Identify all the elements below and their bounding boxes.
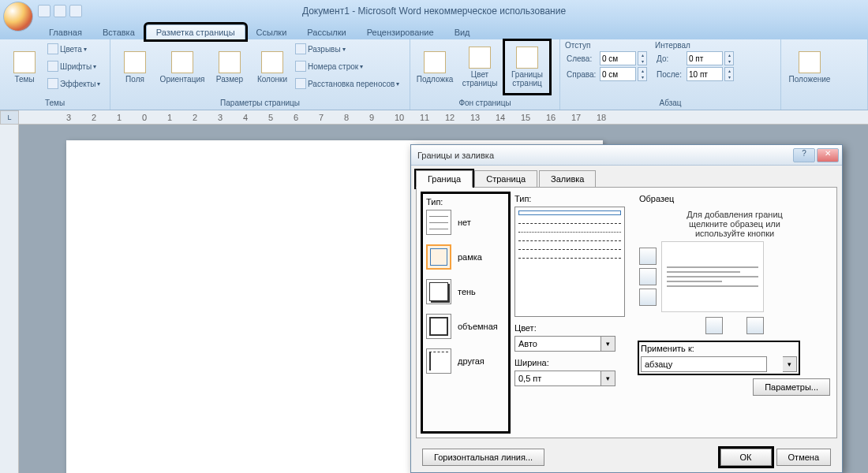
- tab-home[interactable]: Главная: [39, 25, 92, 39]
- width-input[interactable]: [514, 371, 601, 386]
- tab-view[interactable]: Вид: [445, 25, 480, 39]
- apply-to-label: Применить к:: [641, 344, 797, 353]
- tab-mailings[interactable]: Рассылки: [297, 25, 355, 39]
- border-bottom-toggle[interactable]: [639, 289, 657, 306]
- indent-right-spinner[interactable]: Справа:▴▾: [565, 67, 647, 81]
- apply-to-input[interactable]: [641, 356, 767, 372]
- dialog-tab-fill[interactable]: Заливка: [539, 170, 596, 188]
- setting-3d-icon: [426, 314, 451, 339]
- setting-none[interactable]: нет: [426, 210, 505, 235]
- group-page-setup: Поля Ориентация Размер Колонки Разрывы▾ …: [110, 39, 410, 110]
- style-solid[interactable]: [518, 210, 621, 215]
- style-listbox[interactable]: [514, 207, 625, 317]
- setting-custom[interactable]: другая: [426, 348, 505, 374]
- group-label-paragraph: Абзац: [565, 98, 776, 108]
- page-borders-icon: [516, 47, 538, 69]
- dialog-titlebar[interactable]: Границы и заливка ? ✕: [411, 145, 842, 166]
- border-right-toggle[interactable]: [746, 317, 764, 334]
- setting-box[interactable]: рамка: [426, 244, 505, 270]
- border-middle-toggle[interactable]: [639, 268, 657, 285]
- apply-to-combo[interactable]: ▾: [641, 356, 797, 372]
- margins-icon: [124, 51, 146, 73]
- chevron-down-icon[interactable]: ▾: [783, 356, 797, 372]
- window-title: Документ1 - Microsoft Word некоммерческо…: [302, 6, 566, 17]
- columns-icon: [261, 51, 283, 73]
- themes-button[interactable]: Темы: [5, 41, 44, 93]
- spacing-before-spinner[interactable]: До:▴▾: [655, 51, 734, 65]
- theme-fonts-button[interactable]: Шрифты▾: [47, 58, 100, 74]
- ok-button[interactable]: ОК: [720, 449, 772, 466]
- breaks-button[interactable]: Разрывы▾: [295, 41, 399, 57]
- tab-page-layout[interactable]: Разметка страницы: [146, 24, 245, 39]
- tab-insert[interactable]: Вставка: [93, 25, 144, 39]
- line-numbers-button[interactable]: Номера строк▾: [295, 58, 399, 74]
- position-button[interactable]: Положение: [786, 41, 833, 93]
- dialog-help-button[interactable]: ?: [793, 148, 815, 162]
- margins-button[interactable]: Поля: [115, 41, 155, 93]
- ruler-corner: L: [0, 110, 19, 125]
- group-label-page-bg: Фон страницы: [415, 98, 555, 108]
- indent-left-input[interactable]: [600, 51, 636, 65]
- style-dash-3[interactable]: [518, 258, 621, 259]
- cancel-button[interactable]: Отмена: [776, 449, 831, 466]
- hyphenation-button[interactable]: Расстановка переносов▾: [295, 76, 399, 91]
- style-dashdot[interactable]: [518, 249, 621, 250]
- spacing-after-input[interactable]: [687, 67, 723, 81]
- setting-none-icon: [426, 210, 451, 235]
- horizontal-line-button[interactable]: Горизонтальная линия...: [422, 449, 544, 466]
- horizontal-ruler[interactable]: 3210123456789101112131415161718: [19, 110, 868, 125]
- setting-3d[interactable]: объемная: [426, 314, 505, 339]
- group-page-background: Подложка Цвет страницы Границы страниц Ф…: [410, 39, 560, 110]
- tab-review[interactable]: Рецензирование: [357, 25, 443, 39]
- style-dot[interactable]: [518, 232, 621, 233]
- tab-references[interactable]: Ссылки: [247, 25, 297, 39]
- indent-left-spinner[interactable]: Слева:▴▾: [565, 51, 647, 65]
- color-input[interactable]: [514, 336, 601, 352]
- size-icon: [219, 51, 241, 73]
- width-combo[interactable]: ▾: [514, 371, 633, 386]
- spacing-after-spinner[interactable]: После:▴▾: [655, 67, 734, 81]
- border-left-toggle[interactable]: [705, 317, 723, 334]
- dialog-tab-border[interactable]: Граница: [416, 170, 473, 188]
- page-borders-button[interactable]: Границы страниц: [505, 41, 549, 93]
- preview-box[interactable]: [661, 241, 764, 312]
- borders-shading-dialog: Границы и заливка ? ✕ Граница Страница З…: [410, 144, 843, 473]
- orientation-icon: [171, 51, 193, 73]
- border-top-toggle[interactable]: [639, 248, 657, 265]
- vertical-ruler[interactable]: [0, 125, 19, 473]
- options-button[interactable]: Параметры...: [753, 378, 830, 396]
- style-label: Тип:: [514, 194, 633, 203]
- watermark-button[interactable]: Подложка: [415, 41, 455, 93]
- preview-side-buttons: [639, 248, 657, 306]
- themes-icon: [13, 51, 36, 73]
- setting-label: Тип:: [426, 197, 505, 207]
- theme-colors-button[interactable]: Цвета▾: [47, 41, 100, 57]
- preview-column: Образец Для добавления границ щелкните о…: [639, 194, 830, 431]
- dialog-title: Границы и заливка: [414, 151, 494, 160]
- dialog-close-button[interactable]: ✕: [817, 148, 839, 162]
- columns-button[interactable]: Колонки: [253, 41, 292, 93]
- colors-icon: [47, 43, 58, 54]
- office-button[interactable]: [3, 2, 33, 32]
- page-color-button[interactable]: Цвет страницы: [458, 41, 502, 93]
- color-combo[interactable]: ▾: [514, 336, 633, 352]
- setting-shadow[interactable]: тень: [426, 279, 505, 304]
- size-button[interactable]: Размер: [210, 41, 249, 93]
- group-label-themes: Темы: [5, 98, 105, 108]
- chevron-down-icon[interactable]: ▾: [601, 336, 615, 352]
- orientation-button[interactable]: Ориентация: [158, 41, 207, 93]
- style-dash-1[interactable]: [518, 223, 621, 224]
- spacing-before-input[interactable]: [687, 51, 723, 65]
- redo-icon[interactable]: [69, 5, 82, 17]
- setting-box-icon: [426, 244, 451, 270]
- dialog-tab-page[interactable]: Страница: [474, 170, 537, 188]
- color-label: Цвет:: [514, 323, 633, 333]
- chevron-down-icon[interactable]: ▾: [601, 371, 615, 386]
- indent-right-input[interactable]: [600, 67, 636, 81]
- undo-icon[interactable]: [54, 5, 66, 17]
- theme-effects-button[interactable]: Эффекты▾: [47, 76, 100, 91]
- sample-hint-2: щелкните образец или: [639, 219, 830, 229]
- style-dash-2[interactable]: [518, 240, 621, 241]
- effects-icon: [47, 78, 58, 89]
- save-icon[interactable]: [38, 5, 51, 17]
